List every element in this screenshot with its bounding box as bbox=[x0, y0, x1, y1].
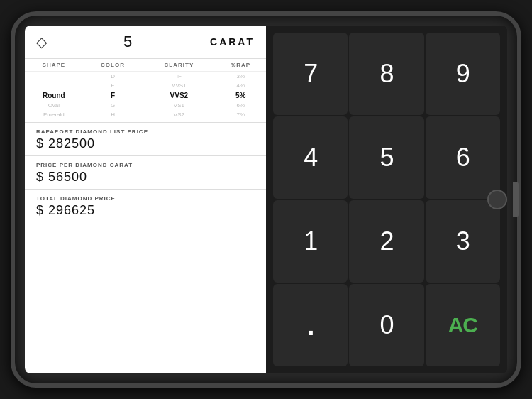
key-0[interactable]: 0 bbox=[349, 284, 423, 366]
per-carat-section: PRICE PER DIAMOND CARAT $ 56500 bbox=[25, 155, 266, 189]
table-row: RoundFVVS25% bbox=[25, 90, 266, 101]
key-5[interactable]: 5 bbox=[349, 116, 423, 199]
left-panel: ◇ 5 CARAT SHAPE COLOR CLARITY %RAP DIF3%… bbox=[25, 26, 266, 373]
key-3[interactable]: 3 bbox=[426, 200, 500, 283]
table-row: EmeraldHVS27% bbox=[25, 110, 266, 119]
list-price-value: $ 282500 bbox=[36, 136, 255, 151]
key-4[interactable]: 4 bbox=[273, 116, 348, 199]
dot-button[interactable]: . bbox=[273, 284, 348, 366]
key-1[interactable]: 1 bbox=[273, 200, 348, 283]
col-shape: SHAPE bbox=[25, 59, 83, 72]
col-color: COLOR bbox=[83, 59, 143, 72]
key-8[interactable]: 8 bbox=[349, 33, 423, 115]
carat-label: CARAT bbox=[210, 36, 255, 48]
list-price-section: RAPAPORT DIAMOND LIST PRICE $ 282500 bbox=[25, 122, 266, 155]
table-row: DIF3% bbox=[25, 72, 266, 82]
list-price-label: RAPAPORT DIAMOND LIST PRICE bbox=[36, 129, 255, 135]
per-carat-value: $ 56500 bbox=[36, 170, 255, 185]
key-9[interactable]: 9 bbox=[426, 33, 500, 115]
diamond-table: SHAPE COLOR CLARITY %RAP DIF3%EVVS14%Rou… bbox=[25, 59, 266, 122]
col-rap: %RAP bbox=[215, 59, 266, 72]
table-row: EVVS14% bbox=[25, 81, 266, 90]
total-price-section: TOTAL DIAMOND PRICE $ 296625 bbox=[25, 189, 266, 222]
per-carat-label: PRICE PER DIAMOND CARAT bbox=[36, 162, 255, 168]
carat-value: 5 bbox=[123, 33, 133, 51]
tablet-frame: ◇ 5 CARAT SHAPE COLOR CLARITY %RAP DIF3%… bbox=[11, 11, 521, 388]
total-price-label: TOTAL DIAMOND PRICE bbox=[36, 195, 255, 202]
key-7[interactable]: 7 bbox=[273, 33, 348, 115]
diamond-icon: ◇ bbox=[36, 33, 47, 50]
table-row: OvalGVS16% bbox=[25, 101, 266, 110]
key-2[interactable]: 2 bbox=[349, 200, 423, 283]
key-6[interactable]: 6 bbox=[426, 116, 500, 199]
col-clarity: CLARITY bbox=[143, 59, 215, 72]
numpad: 789456123.0AC bbox=[266, 26, 507, 373]
tablet-screen: ◇ 5 CARAT SHAPE COLOR CLARITY %RAP DIF3%… bbox=[25, 26, 507, 373]
ac-button[interactable]: AC bbox=[426, 284, 500, 366]
total-price-value: $ 296625 bbox=[36, 203, 255, 218]
home-button[interactable] bbox=[487, 190, 507, 209]
calc-header: ◇ 5 CARAT bbox=[25, 26, 266, 59]
